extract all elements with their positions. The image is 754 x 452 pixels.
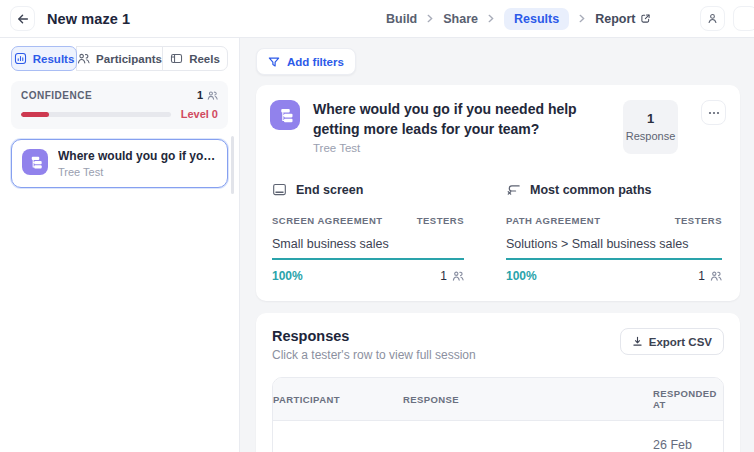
- back-button[interactable]: [10, 6, 35, 31]
- top-header: New maze 1 Build Share Results Report: [0, 0, 754, 38]
- breadcrumb-build[interactable]: Build: [386, 12, 417, 26]
- end-screen-testers: 1: [440, 269, 464, 283]
- tab-participants-label: Participants: [96, 53, 162, 65]
- common-paths-percent: 100%: [506, 269, 537, 283]
- sidebar-block-tree-test[interactable]: Where would you go if you needed help ge…: [11, 139, 228, 188]
- common-paths-section: Most common paths PATH AGREEMENT TESTERS…: [506, 182, 722, 283]
- responses-card: Responses Click a tester's row to view f…: [256, 313, 740, 452]
- responses-title: Responses: [272, 328, 476, 344]
- tab-participants[interactable]: Participants: [76, 46, 163, 71]
- breadcrumb: Build Share Results Report: [386, 8, 651, 30]
- agreement-bar: [272, 258, 464, 260]
- agreement-bar-fill: [506, 258, 722, 260]
- end-screen-testers-count: 1: [440, 269, 447, 283]
- confidence-testers: 1: [197, 89, 218, 101]
- question-heading: Where would you go if you needed help ge…: [313, 100, 610, 154]
- question-type: Tree Test: [313, 142, 610, 154]
- maze-title: New maze 1: [47, 11, 130, 27]
- responses-subtitle: Click a tester's row to view full sessio…: [272, 348, 476, 362]
- route-x-icon: [506, 182, 521, 197]
- person-icon: [706, 12, 719, 25]
- testers-header: TESTERS: [417, 215, 464, 226]
- tree-test-icon: [22, 149, 48, 175]
- breadcrumb-results[interactable]: Results: [504, 8, 569, 30]
- confidence-level: Level 0: [181, 108, 218, 120]
- export-csv-button[interactable]: Export CSV: [620, 328, 724, 355]
- confidence-label: CONFIDENCE: [21, 90, 92, 101]
- table-row[interactable]: 351007375 Solutions > Small business sal…: [273, 420, 723, 452]
- participant-column-header: PARTICIPANT: [273, 384, 403, 415]
- common-paths-testers: 1: [698, 269, 722, 283]
- confidence-bar-fill: [21, 112, 49, 117]
- question-title: Where would you go if you needed help ge…: [313, 100, 610, 139]
- common-paths-title: Most common paths: [530, 183, 652, 197]
- tab-results[interactable]: Results: [11, 46, 77, 71]
- sidebar-tabs: Results Participants Reels: [11, 46, 228, 71]
- confidence-panel: CONFIDENCE 1 Level 0: [11, 81, 228, 129]
- cropped-action-button[interactable]: [733, 6, 754, 31]
- response-column-header: RESPONSE: [403, 384, 653, 415]
- people-icon: [77, 52, 90, 65]
- more-options-button[interactable]: [701, 100, 726, 125]
- sidebar-block-text: Where would you go if you needed help ge…: [58, 149, 220, 178]
- agreement-bar-fill: [272, 258, 464, 260]
- responded-at-column-header: RESPONDED AT: [653, 378, 723, 420]
- breadcrumb-share[interactable]: Share: [443, 12, 478, 26]
- sidebar-block-title: Where would you go if you needed help ge…: [58, 149, 220, 163]
- testers-icon: [452, 270, 464, 282]
- responded-at-value: 26 Feb 2025, 01:36 pm: [653, 421, 723, 452]
- sidebar-scrollbar[interactable]: [231, 136, 234, 194]
- main-panel: Add filters Where would you go if you ne…: [240, 38, 754, 452]
- response-count-label: Response: [623, 130, 678, 142]
- breadcrumb-report-label: Report: [595, 12, 635, 26]
- screen-agreement-header: SCREEN AGREEMENT: [272, 215, 383, 226]
- end-screen-title: End screen: [296, 183, 363, 197]
- end-screen-percent: 100%: [272, 269, 303, 283]
- film-icon: [170, 52, 183, 65]
- download-icon: [632, 336, 643, 347]
- export-csv-label: Export CSV: [649, 336, 712, 348]
- ellipsis-icon: [708, 111, 720, 115]
- confidence-bar: [21, 112, 171, 117]
- breadcrumb-report[interactable]: Report: [595, 12, 651, 26]
- tab-reels-label: Reels: [189, 53, 220, 65]
- response-value: Solutions > Small business sales: [403, 435, 653, 452]
- responses-table: PARTICIPANT RESPONSE RESPONDED AT 351007…: [272, 377, 724, 452]
- arrow-left-icon: [16, 12, 30, 26]
- response-count: 1: [623, 111, 678, 126]
- end-screen-section: End screen SCREEN AGREEMENT TESTERS Smal…: [272, 182, 464, 283]
- question-result-card: Where would you go if you needed help ge…: [256, 85, 740, 301]
- content-area: Results Participants Reels CONFIDENCE 1: [0, 38, 754, 452]
- responses-table-header: PARTICIPANT RESPONSE RESPONDED AT: [273, 378, 723, 420]
- testers-icon: [207, 90, 218, 101]
- testers-header: TESTERS: [675, 215, 722, 226]
- testers-icon: [710, 270, 722, 282]
- funnel-icon: [268, 56, 280, 68]
- external-link-icon: [640, 13, 651, 24]
- agreement-bar: [506, 258, 722, 260]
- header-actions: [700, 6, 742, 31]
- browser-window-icon: [272, 182, 287, 197]
- responses-heading: Responses Click a tester's row to view f…: [272, 328, 476, 362]
- sidebar: Results Participants Reels CONFIDENCE 1: [0, 38, 240, 452]
- add-filters-label: Add filters: [287, 56, 344, 68]
- tree-test-icon: [270, 100, 300, 130]
- tab-results-label: Results: [33, 53, 75, 65]
- common-paths-testers-count: 1: [698, 269, 705, 283]
- confidence-testers-count: 1: [197, 89, 203, 101]
- end-screen-value: Small business sales: [272, 237, 464, 258]
- chart-square-icon: [14, 52, 27, 65]
- path-agreement-header: PATH AGREEMENT: [506, 215, 600, 226]
- chevron-right-icon: [426, 14, 434, 23]
- tab-reels[interactable]: Reels: [162, 46, 228, 71]
- chevron-right-icon: [578, 14, 586, 23]
- participant-button[interactable]: [700, 6, 725, 31]
- common-path-value: Solutions > Small business sales: [506, 237, 722, 258]
- participant-id-link[interactable]: 351007375: [273, 435, 403, 452]
- add-filters-button[interactable]: Add filters: [256, 48, 356, 75]
- response-count-box: 1 Response: [623, 100, 678, 154]
- chevron-right-icon: [487, 14, 495, 23]
- header-left: New maze 1: [10, 6, 130, 31]
- sidebar-block-type: Tree Test: [58, 166, 220, 178]
